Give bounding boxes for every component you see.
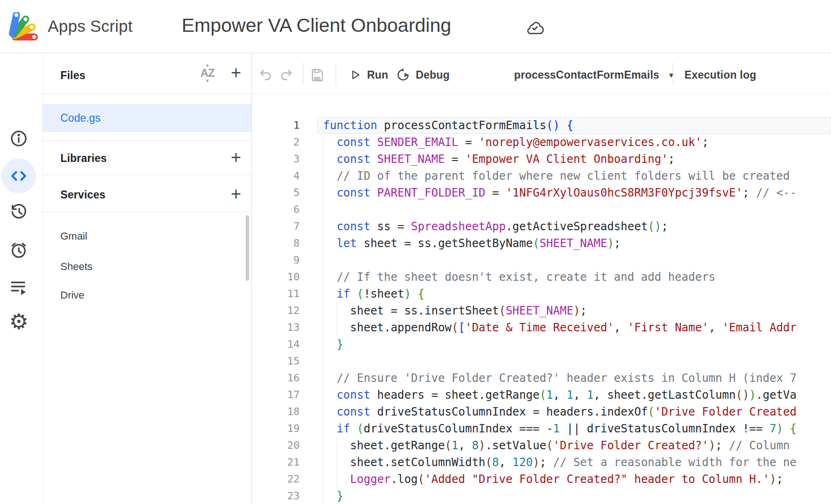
history-icon	[9, 201, 29, 221]
libraries-section-label: Libraries	[60, 152, 107, 165]
code-text: const headers = sheet.getRange(1, 1, 1, …	[300, 387, 797, 403]
apps-script-logo-icon[interactable]	[7, 12, 41, 42]
code-line-8: 8 let sheet = ss.getSheetByName(SHEET_NA…	[252, 235, 831, 252]
left-navigation-rail: ⚙	[0, 53, 42, 504]
code-text: const PARENT_FOLDER_ID = '1NFG4rXylOaus0…	[300, 184, 797, 201]
services-section-label: Services	[60, 189, 105, 201]
apps-script-editor: Apps Script Empower VA Client Onboarding	[0, 0, 831, 504]
code-line-14: 14 }	[252, 336, 831, 353]
debug-button[interactable]: Debug	[396, 65, 450, 85]
code-text: // If the sheet doesn't exist, create it…	[300, 269, 715, 285]
code-text: // ID of the parent folder where new cli…	[300, 168, 790, 184]
service-item-sheets[interactable]: Sheets	[60, 261, 93, 273]
code-text: const ss = SpreadsheetApp.getActiveSprea…	[300, 218, 668, 235]
line-number: 15	[252, 353, 300, 370]
editor-toolbar: Run Debug processContactFormEmails ▼ Exe…	[252, 53, 831, 94]
line-number: 19	[252, 420, 300, 437]
divider	[43, 175, 251, 175]
line-number: 23	[252, 488, 300, 504]
debug-button-label: Debug	[416, 69, 450, 81]
info-icon	[9, 129, 29, 148]
app-name[interactable]: Apps Script	[48, 17, 132, 36]
code-text: if (!sheet) {	[300, 285, 425, 302]
line-number: 14	[252, 336, 300, 353]
code-line-7: 7 const ss = SpreadsheetApp.getActiveSpr…	[252, 218, 831, 235]
code-line-10: 10 // If the sheet doesn't exist, create…	[252, 269, 831, 285]
overview-nav-button[interactable]	[6, 125, 32, 152]
code-text: sheet.appendRow(['Date & Time Received',…	[300, 319, 797, 336]
code-line-4: 4 // ID of the parent folder where new c…	[252, 168, 831, 184]
triggers-nav-button[interactable]	[6, 237, 32, 263]
line-number: 8	[252, 235, 300, 252]
code-text: const driveStatusColumnIndex = headers.i…	[300, 403, 796, 420]
code-line-9: 9	[252, 252, 831, 269]
service-item-drive[interactable]: Drive	[60, 289, 84, 301]
run-button[interactable]: Run	[349, 65, 388, 85]
line-number: 21	[252, 454, 300, 471]
line-number: 12	[252, 302, 300, 319]
project-history-nav-button[interactable]	[6, 198, 32, 224]
redo-icon	[279, 67, 294, 83]
toolbar-divider	[336, 63, 336, 85]
code-line-13: 13 sheet.appendRow(['Date & Time Receive…	[252, 319, 831, 336]
code-line-20: 20 sheet.getRange(1, 8).setValue('Drive …	[252, 437, 831, 454]
code-text: Logger.log('Added "Drive Folder Created?…	[300, 471, 783, 488]
code-text: const SENDER_EMAIL = 'noreply@empowervas…	[300, 134, 709, 151]
code-line-17: 17 const headers = sheet.getRange(1, 1, …	[252, 387, 831, 403]
line-number: 22	[252, 471, 300, 488]
line-number: 4	[252, 168, 300, 184]
run-button-label: Run	[367, 69, 388, 81]
code-line-21: 21 sheet.setColumnWidth(8, 120); // Set …	[252, 454, 831, 471]
code-line-5: 5 const PARENT_FOLDER_ID = '1NFG4rXylOau…	[252, 184, 831, 201]
service-item-gmail[interactable]: Gmail	[60, 230, 87, 242]
line-number: 11	[252, 285, 300, 302]
code-text: if (driveStatusColumnIndex === -1 || dri…	[300, 420, 797, 437]
execution-log-button[interactable]: Execution log	[684, 65, 756, 85]
line-number: 2	[252, 134, 300, 151]
toolbar-divider	[673, 63, 673, 85]
redo-button[interactable]	[279, 65, 294, 85]
executions-nav-button[interactable]	[6, 274, 32, 300]
line-number: 1	[252, 117, 300, 134]
code-text: sheet.getRange(1, 8).setValue('Drive Fol…	[300, 437, 790, 454]
save-project-button[interactable]	[309, 65, 326, 85]
code-text: }	[300, 488, 343, 504]
code-text: let sheet = ss.getSheetByName(SHEET_NAME…	[300, 235, 621, 252]
toolbar-divider	[303, 63, 303, 85]
cloud-check-icon	[525, 20, 544, 35]
execution-log-label: Execution log	[684, 69, 756, 81]
file-item-code-gs[interactable]: Code.gs	[43, 104, 251, 132]
code-text: }	[300, 336, 343, 353]
code-lines: 1function processContactFormEmails() {2 …	[252, 94, 831, 504]
divider	[43, 212, 251, 212]
add-library-button[interactable]: +	[226, 147, 246, 168]
project-title[interactable]: Empower VA Client Onboarding	[182, 15, 451, 37]
sort-az-icon: AZ	[200, 67, 214, 79]
panel-scrollbar-thumb[interactable]	[246, 215, 249, 281]
settings-nav-button[interactable]: ⚙	[6, 308, 32, 335]
code-text: sheet = ss.insertSheet(SHEET_NAME);	[300, 302, 587, 319]
add-service-button[interactable]: +	[226, 184, 246, 205]
files-panel-title: Files	[60, 69, 85, 82]
editor-nav-button[interactable]	[6, 163, 32, 189]
line-number: 7	[252, 218, 300, 235]
code-line-15: 15	[252, 353, 831, 370]
function-selector-dropdown[interactable]: processContactFormEmails ▼	[514, 65, 675, 85]
sort-files-button[interactable]: ▲ AZ ▼	[197, 63, 218, 83]
executions-list-icon	[9, 278, 29, 297]
line-number: 20	[252, 437, 300, 454]
undo-icon	[257, 67, 273, 83]
undo-button[interactable]	[257, 65, 273, 85]
line-number: 3	[252, 151, 300, 168]
add-file-button[interactable]: +	[226, 63, 246, 83]
code-line-1: 1function processContactFormEmails() {	[252, 117, 831, 134]
line-number: 9	[252, 252, 300, 269]
triggers-clock-icon	[9, 240, 29, 260]
debug-icon	[396, 68, 410, 82]
divider	[43, 94, 251, 94]
code-line-22: 22 Logger.log('Added "Drive Folder Creat…	[252, 471, 831, 488]
code-line-6: 6	[252, 201, 831, 218]
code-editor-area[interactable]: 1function processContactFormEmails() {2 …	[252, 94, 831, 504]
code-text: // Ensure 'Drive Folder Created?' header…	[300, 370, 796, 387]
save-warning-icon	[309, 66, 326, 83]
